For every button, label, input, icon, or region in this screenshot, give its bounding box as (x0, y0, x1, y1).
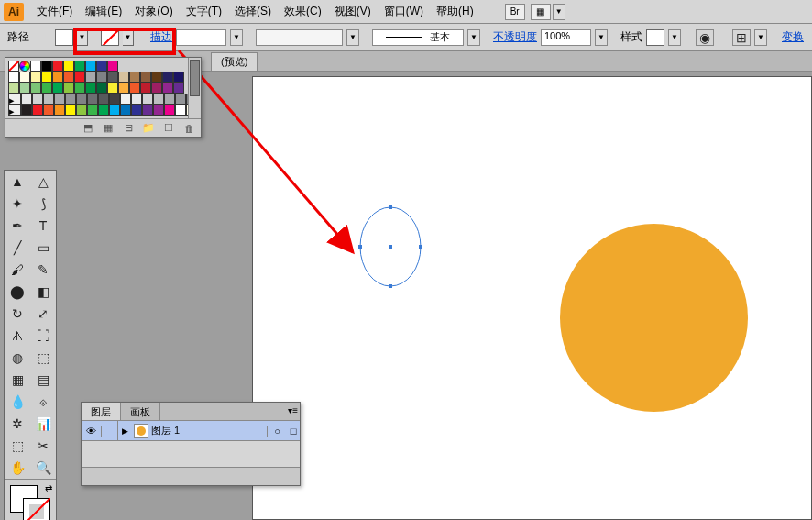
perspective-tool[interactable]: ⬚ (30, 347, 56, 369)
swatch[interactable] (19, 72, 30, 83)
swatch[interactable] (164, 105, 175, 116)
swatch[interactable] (85, 72, 96, 83)
swatch[interactable] (142, 94, 153, 105)
swatch[interactable] (32, 105, 43, 116)
transform-link[interactable]: 变换 (782, 29, 804, 45)
swatch-group-icon[interactable]: ▸ (8, 94, 21, 105)
swatch-none[interactable] (8, 61, 19, 72)
swatch[interactable] (131, 105, 142, 116)
swatch[interactable] (129, 83, 140, 94)
swatch[interactable] (109, 94, 120, 105)
hand-tool[interactable]: ✋ (5, 457, 30, 479)
swatch[interactable] (173, 72, 184, 83)
graphic-style-dropdown[interactable]: ▼ (668, 29, 681, 46)
swatch[interactable] (41, 83, 52, 94)
swatch[interactable] (41, 72, 52, 83)
swatch[interactable] (85, 83, 96, 94)
menu-window[interactable]: 窗口(W) (379, 1, 429, 22)
swatch[interactable] (65, 94, 76, 105)
artboard[interactable] (252, 76, 812, 520)
arrange-button[interactable]: ▦ (531, 4, 551, 20)
swatch[interactable] (63, 61, 74, 72)
opacity-dropdown[interactable]: ▼ (595, 29, 608, 46)
selection-indicator[interactable]: □ (287, 426, 300, 437)
menu-file[interactable]: 文件(F) (31, 1, 78, 22)
new-color-group[interactable]: 📁 (142, 122, 155, 135)
swatch[interactable] (74, 61, 85, 72)
swatch[interactable] (151, 83, 162, 94)
direct-selection-tool[interactable]: △ (30, 171, 56, 193)
fill-swatch[interactable] (55, 29, 73, 46)
swatch[interactable] (87, 94, 98, 105)
swatch[interactable] (96, 61, 107, 72)
stroke-weight-dropdown[interactable]: ▼ (230, 29, 243, 46)
recolor-button[interactable]: ◉ (696, 29, 714, 46)
rectangle-tool[interactable]: ▭ (30, 237, 56, 259)
line-tool[interactable]: ╱ (5, 237, 30, 259)
gradient-tool[interactable]: ▤ (30, 369, 56, 391)
swatch[interactable] (151, 72, 162, 83)
artboard-tool[interactable]: ⬚ (5, 435, 30, 457)
swatch[interactable] (21, 105, 32, 116)
swatch[interactable] (164, 94, 175, 105)
swatch[interactable] (21, 94, 32, 105)
swatch[interactable] (52, 61, 63, 72)
style-select[interactable]: 基本 (372, 29, 464, 46)
panel-menu-icon[interactable]: ▾≡ (288, 405, 298, 415)
opacity-link[interactable]: 不透明度 (493, 29, 537, 45)
swatch[interactable] (30, 72, 41, 83)
scale-tool[interactable]: ⤢ (30, 303, 56, 325)
lasso-tool[interactable]: ⟆ (30, 193, 56, 215)
swatch[interactable] (43, 94, 54, 105)
swatch[interactable] (162, 83, 173, 94)
swatch[interactable] (153, 94, 164, 105)
blend-tool[interactable]: ⟐ (30, 391, 56, 413)
swatch[interactable] (65, 105, 76, 116)
new-swatch[interactable]: ☐ (162, 122, 175, 135)
swatch[interactable] (19, 83, 30, 94)
swatch-group-icon-2[interactable]: ▸ (8, 105, 21, 116)
swatches-scrollbar[interactable] (188, 58, 201, 118)
stroke-link[interactable]: 描边 (150, 29, 172, 45)
swatch[interactable] (30, 61, 41, 72)
swatch-registration[interactable] (19, 61, 30, 72)
swatch[interactable] (76, 94, 87, 105)
menu-effect[interactable]: 效果(C) (279, 1, 327, 22)
swatch[interactable] (140, 83, 151, 94)
zoom-tool[interactable]: 🔍 (30, 457, 56, 479)
eyedropper-tool[interactable]: 💧 (5, 391, 30, 413)
document-tab[interactable]: (预览) (211, 52, 258, 71)
swatch[interactable] (85, 61, 96, 72)
menu-help[interactable]: 帮助(H) (431, 1, 479, 22)
tab-artboards[interactable]: 画板 (121, 403, 160, 420)
rotate-tool[interactable]: ↻ (5, 303, 30, 325)
swatch[interactable] (63, 72, 74, 83)
swatch[interactable] (96, 83, 107, 94)
swatch[interactable] (162, 72, 173, 83)
swatch-options[interactable]: ⊟ (122, 122, 135, 135)
layer-row[interactable]: 👁 ▶ 图层 1 ○ □ (82, 421, 300, 441)
swatch[interactable] (173, 83, 184, 94)
swatch[interactable] (131, 94, 142, 105)
swatch[interactable] (87, 105, 98, 116)
swatch[interactable] (129, 72, 140, 83)
arrange-dropdown[interactable]: ▼ (553, 4, 565, 20)
type-tool[interactable]: T (30, 215, 56, 237)
selected-ellipse[interactable] (358, 205, 422, 288)
align-button[interactable]: ⊞ (732, 29, 751, 46)
menu-edit[interactable]: 编辑(E) (80, 1, 127, 22)
graph-tool[interactable]: 📊 (30, 413, 56, 435)
brush-select[interactable] (256, 29, 343, 46)
swatch[interactable] (32, 94, 43, 105)
swatch[interactable] (76, 105, 87, 116)
shape-orange-circle[interactable] (560, 224, 748, 412)
menu-view[interactable]: 视图(V) (329, 1, 377, 22)
stroke-dropdown[interactable]: ▼ (123, 29, 134, 46)
swatch[interactable] (118, 83, 129, 94)
mesh-tool[interactable]: ▦ (5, 369, 30, 391)
free-transform-tool[interactable]: ⛶ (30, 325, 56, 347)
swatch[interactable] (98, 105, 109, 116)
swatch[interactable] (142, 105, 153, 116)
swatch[interactable] (54, 105, 65, 116)
stroke-weight-input[interactable] (176, 29, 226, 46)
